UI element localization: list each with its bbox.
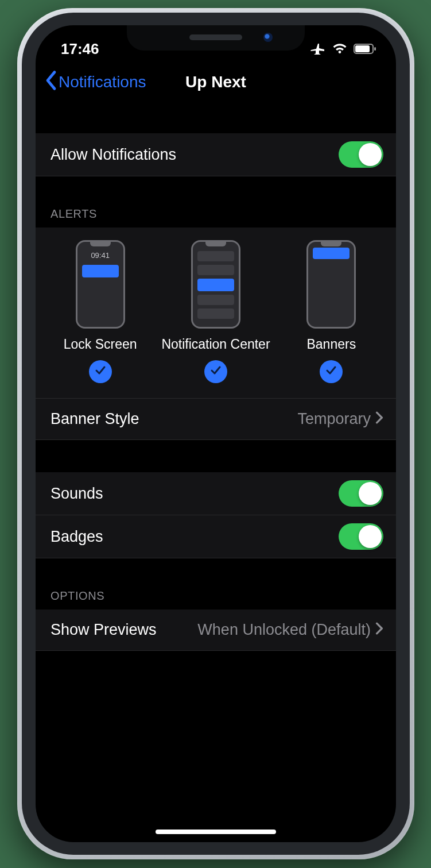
device-frame: 17:46 [17, 8, 414, 859]
thumb-time: 09:41 [77, 251, 123, 260]
status-icons [310, 43, 376, 55]
checkmark-icon [325, 364, 337, 379]
banner-style-label: Banner Style [51, 410, 139, 428]
banner-style-row[interactable]: Banner Style Temporary [36, 399, 396, 440]
banners-check[interactable] [320, 360, 343, 383]
sounds-toggle[interactable] [339, 480, 383, 507]
sounds-label: Sounds [51, 485, 103, 503]
badges-label: Badges [51, 528, 103, 546]
banners-thumbnail [306, 240, 356, 329]
speaker-grill [189, 34, 242, 40]
battery-icon [354, 43, 376, 55]
checkmark-icon [94, 364, 107, 379]
banners-label: Banners [306, 337, 356, 352]
notification-center-thumbnail [191, 240, 240, 329]
nav-bar: Notifications Up Next [36, 60, 396, 105]
front-camera [263, 33, 273, 42]
chevron-right-icon [375, 410, 383, 428]
alerts-header: ALERTS [36, 200, 396, 227]
alert-option-banners[interactable]: Banners [274, 240, 389, 383]
badges-row[interactable]: Badges [36, 515, 396, 558]
screen: 17:46 [36, 25, 396, 842]
airplane-mode-icon [310, 43, 326, 55]
wifi-icon [332, 43, 348, 55]
lock-screen-check[interactable] [89, 360, 112, 383]
sounds-row[interactable]: Sounds [36, 472, 396, 515]
checkmark-icon [209, 364, 222, 379]
svg-rect-1 [374, 47, 376, 51]
alerts-cell: 09:41 Lock Screen [36, 227, 396, 399]
options-header: OPTIONS [36, 582, 396, 609]
show-previews-value: When Unlocked (Default) [197, 621, 371, 639]
svg-rect-2 [355, 45, 370, 52]
badges-toggle[interactable] [339, 523, 383, 550]
show-previews-label: Show Previews [51, 621, 157, 639]
notification-center-check[interactable] [204, 360, 227, 383]
status-time: 17:46 [61, 40, 99, 58]
allow-notifications-label: Allow Notifications [51, 146, 176, 164]
alert-option-notification-center[interactable]: Notification Center [158, 240, 273, 383]
device-frame-inner: 17:46 [22, 13, 410, 855]
allow-notifications-toggle[interactable] [339, 141, 383, 168]
show-previews-row[interactable]: Show Previews When Unlocked (Default) [36, 609, 396, 651]
notch [127, 25, 305, 51]
lock-screen-thumbnail: 09:41 [76, 240, 125, 329]
chevron-left-icon [44, 70, 59, 95]
chevron-right-icon [375, 621, 383, 639]
lock-screen-label: Lock Screen [64, 337, 137, 352]
home-indicator[interactable] [156, 830, 276, 834]
notification-center-label: Notification Center [161, 337, 270, 352]
back-label: Notifications [59, 73, 146, 91]
banner-style-value: Temporary [297, 410, 371, 428]
alert-option-lock-screen[interactable]: 09:41 Lock Screen [43, 240, 157, 383]
allow-notifications-row[interactable]: Allow Notifications [36, 133, 396, 176]
back-button[interactable]: Notifications [44, 70, 146, 95]
